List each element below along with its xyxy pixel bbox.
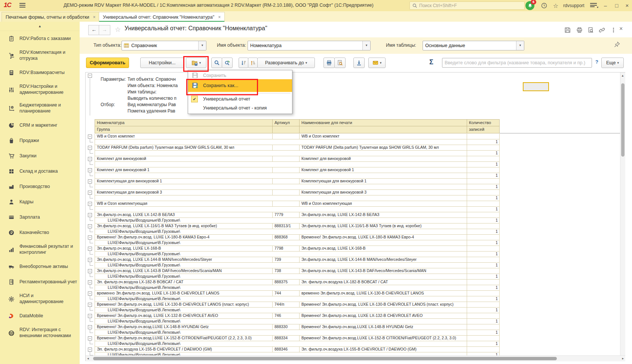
horizontal-scrollbar[interactable]: ◂ ▸ (86, 355, 625, 361)
row-expander[interactable]: − (88, 224, 92, 228)
cell-article[interactable]: 744/п (273, 302, 300, 308)
cell-nomenclature[interactable]: Временно! Эл.фильтр.оч.возд. LUXE LX-132… (95, 313, 273, 319)
cell-print-name[interactable]: Временно! Эл.фильтр.оч.возд. LUXE LX-180… (300, 235, 467, 240)
cell-print-name[interactable]: Эл. фильтр.оч.воздуха LX-182-В BOBCAT / … (300, 280, 467, 285)
sidebar-item-finance[interactable]: Финансовый результат и контроллинг (0, 240, 80, 259)
cell-count-empty[interactable] (467, 179, 500, 184)
object-type-select[interactable]: Справочник ▾ (122, 41, 206, 50)
column-header-2[interactable]: Артикул (273, 119, 300, 126)
forward-button[interactable]: → (99, 25, 110, 35)
sidebar-item-admin-sliders[interactable]: RDV:Настройки и администрирование (0, 80, 80, 99)
cell-count-empty[interactable] (467, 156, 500, 162)
cell-count-empty[interactable] (467, 291, 500, 296)
cell-nomenclature[interactable]: Эл. фильтр.оч.воздуха LX-155-В CHEVROLET… (95, 347, 273, 352)
collapse-groups-button[interactable] (239, 58, 248, 68)
cell-print-name[interactable]: TODAY PARFUM (Delta parfum) Туалетная во… (300, 145, 467, 151)
help-link[interactable]: ? (595, 59, 598, 65)
cell-article[interactable]: 888330 (273, 324, 300, 330)
cell-group-path[interactable]: LUXE\Фильтры\Воздушные\В.Легковые\ (95, 330, 467, 336)
cell-nomenclature[interactable]: временно Эл.фильтр.оч.возд. LUXE LX-130-… (95, 291, 273, 296)
cell-count[interactable]: 1 (467, 229, 500, 235)
find-button[interactable] (211, 58, 222, 68)
cell-nomenclature[interactable]: Эл. фильтр.оч.воздуха LX-182-В BOBCAT / … (95, 280, 273, 285)
row-expander[interactable]: − (88, 348, 92, 352)
cell-print-name[interactable]: Временно! Эл.фильтр.оч.возд.LUXE LX-148-… (300, 324, 467, 330)
cell-print-name[interactable]: Эл.фильтр.оч.возд. LUXE LX-144-В MAN/Ive… (300, 257, 467, 263)
cell-print-name[interactable]: Эл. фильтр.оч.воздуха LX-155-В CHEVROLET… (300, 347, 467, 352)
tab-close-icon[interactable]: × (93, 15, 96, 20)
cell-count-empty[interactable] (467, 347, 500, 352)
parameters-expander[interactable]: − (88, 74, 92, 78)
cell-count[interactable]: 1 (467, 240, 500, 246)
settings-button[interactable]: Настройки... (140, 58, 184, 68)
favorites-star-icon[interactable]: ☆ (552, 2, 559, 9)
tab-content-close-icon[interactable]: × (619, 25, 623, 32)
object-name-dropdown-icon[interactable]: ▾ (362, 41, 370, 50)
object-type-dropdown-icon[interactable]: ▾ (198, 41, 206, 50)
cell-count[interactable]: 1 (467, 195, 500, 201)
cell-count[interactable]: 1 (467, 341, 500, 347)
cell-count-empty[interactable] (467, 145, 500, 151)
cell-article[interactable]: 888368 (273, 235, 300, 240)
minimize-button[interactable]: – (601, 1, 610, 10)
current-user[interactable]: rdvsupport (563, 3, 585, 8)
cell-count-empty[interactable] (467, 280, 500, 285)
global-search-input[interactable]: Поиск Ctrl+Shift+F (409, 1, 525, 10)
cell-print-name[interactable]: Временно! Эл.фильтр.оч.возд. LUXE LX-132… (300, 313, 467, 319)
main-menu-icon[interactable] (19, 3, 25, 7)
sidebar-item-treasury[interactable]: Казначейство (0, 225, 80, 240)
cell-count-empty[interactable] (467, 167, 500, 173)
cell-count-empty[interactable] (467, 302, 500, 308)
service-menu-icon[interactable]: ▾ (590, 3, 597, 8)
cell-group-path[interactable]: LUXE\Фильтры\Воздушные\В.Грузовые\ (95, 240, 467, 246)
cell-print-name[interactable]: WB и Ozon комплектующая (300, 201, 467, 207)
print-preview-icon[interactable] (587, 26, 594, 34)
sidebar-item-integration[interactable]: RDV: Интеграция с внешними источниками (0, 324, 80, 342)
cell-count-empty[interactable] (467, 324, 500, 330)
cell-count-empty[interactable] (467, 134, 500, 139)
cell-count[interactable]: 1 (467, 274, 500, 280)
vertical-scrollbar[interactable]: ▲ (620, 73, 625, 355)
cell-print-name[interactable]: Эл.фильтр.оч.возд. LUXE LX-143-В DAF/Ive… (300, 268, 467, 274)
sidebar-item-nsi[interactable]: НСИ и администрирование (0, 290, 80, 308)
cell-count-empty[interactable] (467, 313, 500, 319)
column-header-3[interactable]: Наименование для печати (300, 119, 467, 126)
cell-nomenclature[interactable]: Комплект для винокуровой (95, 156, 273, 162)
cell-group-path[interactable] (95, 162, 467, 167)
sidebar-item-shipping[interactable]: RDV:Комплектация и отгрузка (0, 46, 80, 65)
save-icon[interactable] (564, 26, 571, 34)
row-expander[interactable]: − (88, 325, 92, 329)
row-expander[interactable]: − (88, 168, 92, 172)
row-expander[interactable]: − (88, 258, 92, 262)
history-icon[interactable] (540, 2, 548, 9)
object-name-select[interactable]: Номенклатура ▾ (248, 41, 371, 50)
reset-search-button[interactable] (222, 58, 233, 68)
cell-count[interactable]: 1 (467, 330, 500, 336)
row-expander[interactable]: − (88, 303, 92, 307)
cell-article[interactable] (273, 179, 300, 184)
cell-article[interactable]: 888375 (273, 280, 300, 285)
cell-nomenclature[interactable]: Эл.фильтр.оч.возд. LUXE LX-144-В MAN/Ive… (95, 257, 273, 263)
cell-group-path[interactable]: LUXE\Фильтры\Воздушные\В.Грузовые\ (95, 218, 467, 223)
sidebar-item-sales[interactable]: Продажи (0, 133, 80, 148)
column-subheader-3[interactable] (300, 126, 467, 133)
cell-group-path[interactable]: LUXE\Фильтры\Воздушные\В.Легковые\ (95, 285, 467, 291)
menu-item-4[interactable]: Универсальный отчет - копия (188, 104, 292, 112)
sidebar-item-crm[interactable]: CRM и маркетинг (0, 118, 80, 133)
back-button[interactable]: ← (88, 25, 100, 35)
cell-group-path[interactable]: LUXE\Фильтры\Воздушные\В.Легковые\ (95, 352, 467, 355)
cell-nomenclature[interactable]: Эл.фильтр.оч.возд. LUXE LX-168-В (95, 246, 273, 252)
row-expander[interactable]: − (88, 202, 92, 206)
sidebar-item-assets[interactable]: Внеоборотные активы (0, 259, 80, 274)
cell-article[interactable]: 7798 (273, 246, 300, 252)
row-expander[interactable]: − (88, 213, 92, 217)
cell-count-empty[interactable] (467, 246, 500, 252)
cell-group-path[interactable]: LUXE\Фильтры\Воздушные\В.Грузовые\ (95, 274, 467, 280)
cell-print-name[interactable]: Комплектующая для винокуровой 1 (300, 179, 467, 184)
cell-print-name[interactable]: Комплект для винокуровой (300, 156, 467, 162)
cell-group-path[interactable]: LUXE\Фильтры\Воздушные\В.Грузовые\ (95, 252, 467, 257)
row-expander[interactable]: − (88, 235, 92, 240)
menu-item-3[interactable]: ✔Универсальный отчет (188, 94, 292, 104)
cell-print-name[interactable]: Эл.фильтр.оч.возд. LUXE LX-142-В БЕЛАЗ (300, 212, 467, 218)
row-expander[interactable]: − (88, 146, 92, 150)
